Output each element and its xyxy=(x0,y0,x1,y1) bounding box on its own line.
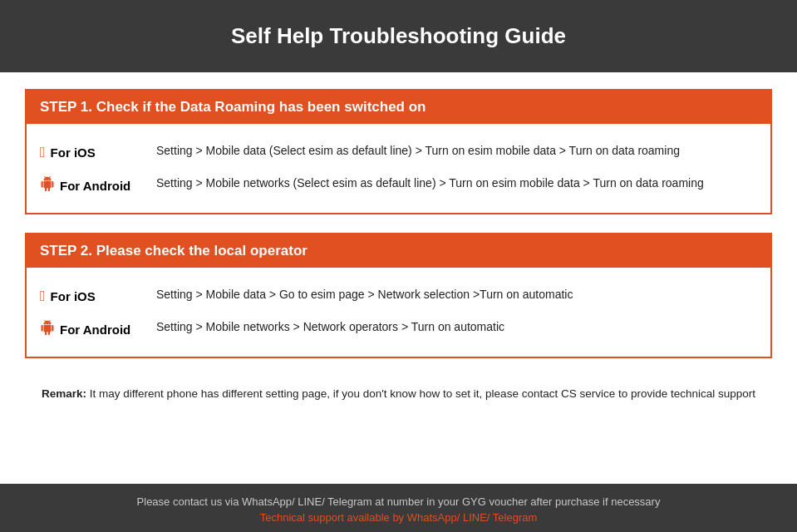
footer-contact: Please contact us via WhatsApp/ LINE/ Te… xyxy=(17,495,780,508)
step1-section: STEP 1. Check if the Data Roaming has be… xyxy=(25,89,772,214)
step2-android-row: For Android Setting > Mobile networks > … xyxy=(40,312,757,345)
step2-heading: STEP 2. Please check the local operator xyxy=(27,234,770,268)
step1-android-row: For Android Setting > Mobile networks (S… xyxy=(40,168,757,201)
remark-text: Remark: It may different phone has diffe… xyxy=(25,385,772,403)
page-header: Self Help Troubleshooting Guide xyxy=(0,0,797,72)
remark-body: It may different phone has different set… xyxy=(86,387,755,400)
step2-ios-label:  For iOS xyxy=(40,286,156,305)
remark-label: Remark: xyxy=(42,387,86,400)
step1-ios-label:  For iOS xyxy=(40,142,156,161)
step2-body:  For iOS Setting > Mobile data > Go to … xyxy=(27,268,770,357)
apple-icon-2:  xyxy=(40,288,46,305)
step1-ios-desc: Setting > Mobile data (Select esim as de… xyxy=(156,142,757,160)
android-icon xyxy=(40,176,55,195)
step2-android-desc: Setting > Mobile networks > Network oper… xyxy=(156,318,757,337)
step1-android-desc: Setting > Mobile networks (Select esim a… xyxy=(156,175,757,193)
page-title: Self Help Troubleshooting Guide xyxy=(231,23,566,48)
step2-android-label: For Android xyxy=(40,318,156,338)
android-icon-2 xyxy=(40,320,55,338)
remark-section: Remark: It may different phone has diffe… xyxy=(25,377,772,408)
step2-section: STEP 2. Please check the local operator … xyxy=(25,233,772,358)
step1-heading: STEP 1. Check if the Data Roaming has be… xyxy=(27,91,770,124)
main-content: STEP 1. Check if the Data Roaming has be… xyxy=(0,72,797,484)
step1-body:  For iOS Setting > Mobile data (Select … xyxy=(27,124,770,213)
step2-ios-row:  For iOS Setting > Mobile data > Go to … xyxy=(40,279,757,312)
apple-icon:  xyxy=(40,144,46,161)
step1-ios-row:  For iOS Setting > Mobile data (Select … xyxy=(40,135,757,168)
footer-support: Technical support available by WhatsApp/… xyxy=(17,511,780,524)
step1-android-label: For Android xyxy=(40,175,156,195)
footer: Please contact us via WhatsApp/ LINE/ Te… xyxy=(0,484,797,532)
step2-ios-desc: Setting > Mobile data > Go to esim page … xyxy=(156,286,757,304)
